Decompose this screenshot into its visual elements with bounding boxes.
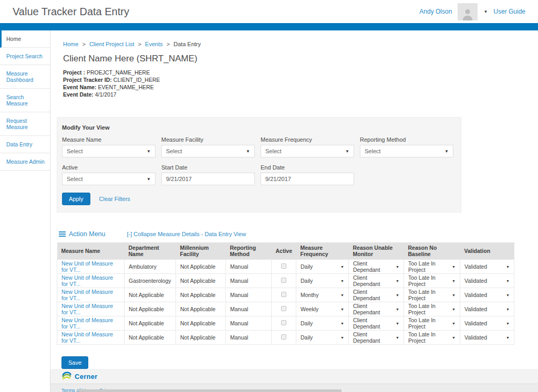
measure-facility-select[interactable]: Select ▼ [161,145,255,157]
validation-select[interactable]: Validated▼ [464,306,510,312]
frequency-select[interactable]: Daily▼ [301,334,344,341]
horizontal-scrollbar[interactable] [79,389,342,392]
select-value: Validated [464,278,487,284]
table-row: New Unit of Measure for VT... Not Applic… [57,331,514,345]
active-checkbox[interactable] [281,334,286,340]
action-menu-button[interactable]: Action Menu [69,230,105,238]
measure-name-link[interactable]: New Unit of Measure for VT... [61,331,113,344]
footer-brand-bar: Cerner [50,369,538,384]
validation-select[interactable]: Validated▼ [464,292,510,298]
filter-active: Active Select ▼ [62,164,156,185]
select-value: Too Late In Project [408,303,450,315]
user-avatar[interactable] [458,3,478,20]
chevron-down-icon: ▼ [396,322,399,325]
breadcrumb-client-project-list-link[interactable]: Client Project List [89,41,134,47]
validation-select[interactable]: Validated▼ [464,278,510,284]
reason-no-baseline-select[interactable]: Too Late In Project▼ [408,317,456,330]
department-cell: Ambulatory [125,260,176,274]
active-checkbox[interactable] [281,306,286,311]
col-measure-frequency: Measure Frequency [296,242,349,260]
col-measure-name: Measure Name [57,242,125,260]
detail-project: Project :PROEJCT_NAME_HERE [63,69,538,76]
detail-label: Project : [63,69,85,76]
measure-name-link[interactable]: New Unit of Measure for VT... [61,303,113,315]
start-date-input[interactable]: 9/21/2017 [161,173,255,185]
validation-select[interactable]: Validated▼ [464,320,510,326]
clear-filters-link[interactable]: Clear Filters [99,196,130,202]
filter-grid: Measure Name Select ▼ Measure Facility S… [62,136,456,185]
measure-name-select[interactable]: Select ▼ [62,145,156,157]
measure-name-link[interactable]: New Unit of Measure for VT... [61,289,113,301]
apply-button[interactable]: Apply [62,193,90,205]
reason-unable-select[interactable]: Client Dependant▼ [353,289,399,301]
sidebar-item-search-measure[interactable]: Search Measure [0,89,50,112]
breadcrumb-home-link[interactable]: Home [63,41,78,47]
active-checkbox[interactable] [281,320,286,325]
reason-no-baseline-select[interactable]: Too Late In Project▼ [408,331,456,344]
measure-name-link[interactable]: New Unit of Measure for VT... [61,317,113,330]
validation-select[interactable]: Validated▼ [464,334,510,341]
reporting-method-select[interactable]: Select ▼ [360,145,453,157]
select-value: Select [67,148,83,154]
method-cell: Manual [226,288,272,302]
user-menu-caret-icon[interactable]: ▼ [483,9,488,14]
filter-measure-facility: Measure Facility Select ▼ [161,136,255,157]
chevron-down-icon: ▼ [340,308,344,311]
select-value: Validated [464,334,487,341]
end-date-input[interactable]: 9/21/2017 [261,173,354,185]
reason-unable-select[interactable]: Client Dependant▼ [353,303,399,315]
chevron-down-icon: ▼ [345,149,349,154]
accent-bar [0,23,538,30]
validation-select[interactable]: Validated▼ [464,263,510,270]
frequency-select[interactable]: Daily▼ [301,278,344,284]
method-cell: Manual [226,274,272,288]
chevron-down-icon: ▼ [452,293,456,297]
col-reporting-method: Reporting Method [226,242,272,260]
active-select[interactable]: Select ▼ [62,173,156,185]
save-button[interactable]: Save [61,356,88,369]
detail-event-date: Event Date:4/1/2017 [63,91,538,98]
measure-name-link[interactable]: New Unit of Measure for VT... [61,274,113,287]
department-cell: Not Applicable [125,316,176,331]
select-value: Select [166,148,182,154]
breadcrumb-events-link[interactable]: Events [145,41,163,47]
cerner-logo-icon [61,371,72,382]
frequency-select[interactable]: Monthy▼ [301,292,344,298]
filter-measure-frequency: Measure Frequency Select ▼ [261,136,354,157]
reason-no-baseline-select[interactable]: Too Late In Project▼ [408,303,456,315]
user-name-link[interactable]: Andy Olson [419,8,452,15]
detail-value: EVENT_NAME_HERE [98,84,154,90]
reason-unable-select[interactable]: Client Dependant▼ [353,331,399,344]
chevron-down-icon: ▼ [340,279,344,283]
department-cell: Gastroenterology [125,274,176,288]
active-checkbox[interactable] [281,292,286,297]
reason-no-baseline-select[interactable]: Too Late In Project▼ [408,274,456,287]
frequency-select[interactable]: Daily▼ [301,263,344,270]
sidebar-item-data-entry[interactable]: Data Entry [0,136,50,153]
sidebar-item-request-measure[interactable]: Request Measure [0,112,50,136]
reason-unable-select[interactable]: Client Dependant▼ [353,317,399,330]
measure-name-link[interactable]: New Unit of Measure for VT... [61,260,113,273]
sidebar-item-measure-admin[interactable]: Measure Admin [0,153,50,171]
content-area: Home Project Search Measure Dashboard Se… [0,30,538,392]
sidebar-item-measure-dashboard[interactable]: Measure Dashboard [0,65,50,89]
footer: Cerner Terms of Use Privacy Copyright 20… [50,369,538,392]
user-guide-link[interactable]: User Guide [493,8,525,15]
chevron-down-icon: ▼ [396,265,399,269]
collapse-measure-details-link[interactable]: [-] Collapse Measure Details - Data Entr… [127,231,246,237]
sidebar-item-home[interactable]: Home [0,30,50,48]
col-millennium-facility: Millennium Facility [176,242,226,260]
sidebar-item-project-search[interactable]: Project Search [0,48,50,65]
select-value: Monthy [301,292,318,298]
reason-no-baseline-select[interactable]: Too Late In Project▼ [408,260,456,273]
frequency-select[interactable]: Weekly▼ [301,306,344,312]
main-panel: Home > Client Project List > Events > Da… [50,30,538,392]
reason-no-baseline-select[interactable]: Too Late In Project▼ [408,289,456,301]
chevron-down-icon: ▼ [396,279,399,283]
reason-unable-select[interactable]: Client Dependant▼ [353,260,399,273]
active-checkbox[interactable] [281,263,286,269]
measure-frequency-select[interactable]: Select ▼ [261,145,354,157]
reason-unable-select[interactable]: Client Dependant▼ [353,274,399,287]
active-checkbox[interactable] [281,278,286,283]
frequency-select[interactable]: Daily▼ [301,320,344,326]
